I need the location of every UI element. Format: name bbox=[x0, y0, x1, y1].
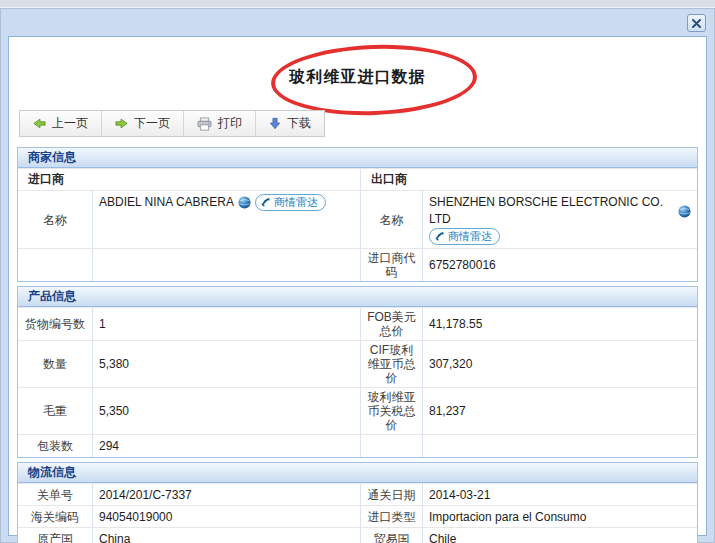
print-label: 打印 bbox=[218, 115, 242, 132]
importer-code-label: 进口商代码 bbox=[360, 249, 422, 281]
field-label: CIF玻利维亚币总价 bbox=[360, 341, 422, 387]
download-label: 下载 bbox=[287, 115, 311, 132]
print-button[interactable]: 打印 bbox=[184, 111, 256, 136]
download-button[interactable]: 下载 bbox=[256, 111, 324, 136]
radar-badge-label: 商情雷达 bbox=[274, 194, 318, 211]
prev-page-button[interactable]: 上一页 bbox=[20, 111, 102, 136]
radar-badge-label: 商情雷达 bbox=[448, 228, 492, 245]
section-product-info: 产品信息 货物编号数 1 FOB美元总价 41,178.55 数量 5,380 … bbox=[17, 286, 698, 458]
field-value: Chile bbox=[422, 528, 697, 543]
section-title-merchant: 商家信息 bbox=[18, 148, 697, 168]
exporter-name-cell: SHENZHEN BORSCHE ELECTRONIC CO. LTD bbox=[422, 191, 697, 248]
import-data-window: 玻利维亚进口数据 上一页 下一页 bbox=[0, 8, 715, 543]
field-value: 2014/201/C-7337 bbox=[92, 484, 360, 505]
next-page-button[interactable]: 下一页 bbox=[102, 111, 184, 136]
page-background-strip bbox=[0, 0, 715, 8]
toolbar: 上一页 下一页 打印 下载 bbox=[19, 110, 325, 137]
arrow-right-icon bbox=[115, 117, 128, 130]
content-panel: 玻利维亚进口数据 上一页 下一页 bbox=[8, 36, 707, 536]
field-label: FOB美元总价 bbox=[360, 308, 422, 340]
field-label: 玻利维亚币关税总价 bbox=[360, 388, 422, 434]
field-value: 81,237 bbox=[422, 388, 697, 434]
importer-name-value: ABDIEL NINA CABRERA bbox=[99, 194, 234, 211]
section-logistics-info: 物流信息 关单号 2014/201/C-7337 通关日期 2014-03-21… bbox=[17, 462, 698, 543]
field-label: 进口类型 bbox=[360, 506, 422, 527]
field-value: 294 bbox=[92, 435, 360, 457]
field-label: 毛重 bbox=[18, 388, 92, 434]
field-value: 5,380 bbox=[92, 341, 360, 387]
field-label: 通关日期 bbox=[360, 484, 422, 505]
importer-name-label: 名称 bbox=[18, 191, 92, 248]
field-value: 1 bbox=[92, 308, 360, 340]
exporter-subheader: 出口商 bbox=[360, 169, 697, 190]
field-label: 原产国 bbox=[18, 528, 92, 543]
printer-icon bbox=[197, 117, 212, 131]
field-value: 5,350 bbox=[92, 388, 360, 434]
field-value: 307,320 bbox=[422, 341, 697, 387]
arrow-down-icon bbox=[269, 117, 281, 130]
importer-subheader: 进口商 bbox=[18, 169, 360, 190]
data-tables: 商家信息 进口商 出口商 名称 ABDIEL NINA CABRERA bbox=[17, 147, 698, 543]
field-label: 包装数 bbox=[18, 435, 92, 457]
field-label: 关单号 bbox=[18, 484, 92, 505]
section-title-logistics: 物流信息 bbox=[18, 463, 697, 483]
field-value: China bbox=[92, 528, 360, 543]
empty-cell bbox=[422, 435, 697, 457]
exporter-name-value: SHENZHEN BORSCHE ELECTRONIC CO. LTD bbox=[429, 194, 674, 228]
field-value: 2014-03-21 bbox=[422, 484, 697, 505]
field-value: 94054019000 bbox=[92, 506, 360, 527]
empty-cell bbox=[18, 249, 92, 281]
importer-name-cell: ABDIEL NINA CABRERA bbox=[92, 191, 360, 248]
empty-cell bbox=[92, 249, 360, 281]
field-label: 货物编号数 bbox=[18, 308, 92, 340]
close-button[interactable] bbox=[687, 14, 706, 32]
prev-page-label: 上一页 bbox=[52, 115, 88, 132]
close-icon bbox=[692, 19, 701, 28]
section-title-product: 产品信息 bbox=[18, 287, 697, 307]
arrow-left-icon bbox=[33, 117, 46, 130]
window-titlebar bbox=[1, 9, 714, 36]
next-page-label: 下一页 bbox=[134, 115, 170, 132]
radar-icon bbox=[435, 231, 445, 241]
importer-code-value: 6752780016 bbox=[422, 249, 697, 281]
empty-cell bbox=[360, 435, 422, 457]
globe-icon[interactable] bbox=[678, 205, 691, 218]
field-value: Importacion para el Consumo bbox=[422, 506, 697, 527]
globe-icon[interactable] bbox=[238, 196, 251, 209]
field-label: 贸易国 bbox=[360, 528, 422, 543]
shangqing-radar-badge[interactable]: 商情雷达 bbox=[429, 228, 500, 245]
shangqing-radar-badge[interactable]: 商情雷达 bbox=[255, 194, 326, 211]
field-label: 数量 bbox=[18, 341, 92, 387]
radar-icon bbox=[261, 197, 271, 207]
exporter-name-label: 名称 bbox=[360, 191, 422, 248]
field-label: 海关编码 bbox=[18, 506, 92, 527]
field-value: 41,178.55 bbox=[422, 308, 697, 340]
page-title: 玻利维亚进口数据 bbox=[9, 67, 706, 88]
section-merchant-info: 商家信息 进口商 出口商 名称 ABDIEL NINA CABRERA bbox=[17, 147, 698, 282]
